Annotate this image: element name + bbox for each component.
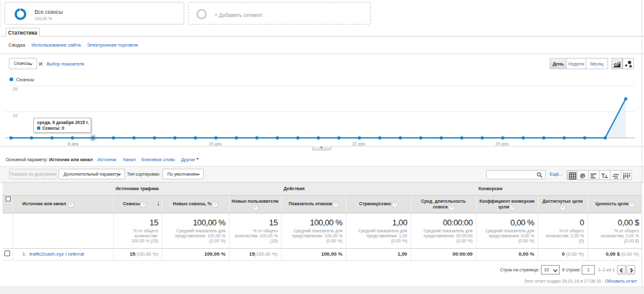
svg-text:10: 10: [13, 113, 18, 118]
svg-text:20: 20: [13, 87, 18, 91]
